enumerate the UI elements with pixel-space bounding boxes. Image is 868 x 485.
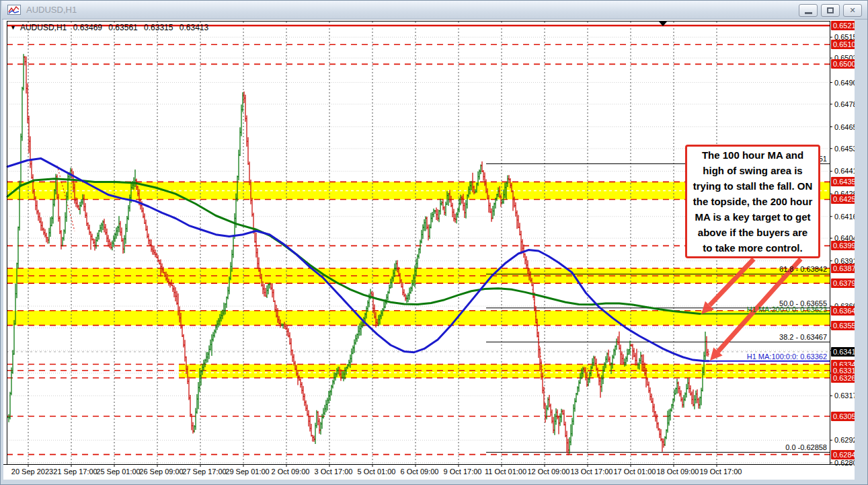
time-axis-label: 13 Oct 17:00 <box>571 467 613 476</box>
time-axis-label: 3 Oct 17:00 <box>315 467 353 476</box>
time-axis-label: 26 Sep 09:00 <box>139 467 183 476</box>
minimize-button[interactable] <box>799 4 818 17</box>
time-axis-label: 21 Sep 17:00 <box>53 467 97 476</box>
window-titlebar[interactable]: AUDUSD,H1 ✕ <box>2 1 867 20</box>
close-button[interactable]: ✕ <box>843 4 862 17</box>
time-axis-label: 18 Oct 09:00 <box>657 467 699 476</box>
time-axis-label: 2 Oct 09:00 <box>272 467 310 476</box>
header-low: 0.63315 <box>144 23 173 32</box>
fib-61.8-label: 61.8 - 0.63842 <box>779 265 827 273</box>
time-axis-label: 17 Oct 01:00 <box>614 467 656 476</box>
time-axis-label: 11 Oct 01:00 <box>485 467 526 476</box>
time-axis-label: 9 Oct 17:00 <box>444 467 482 476</box>
restore-icon <box>827 7 834 13</box>
time-axis-label: 5 Oct 01:00 <box>358 467 396 476</box>
time-axis-label: 25 Sep 01:00 <box>96 467 140 476</box>
ma-200-label: H1 MA:200:0:0: 0.63623 <box>747 305 827 313</box>
annotation-box[interactable]: The 100 hour MA and high of swing area i… <box>685 145 820 258</box>
ohlc-header: ▼AUDUSD,H1 0.63469 0.63561 0.63315 0.634… <box>10 23 212 32</box>
window-frame-right <box>855 20 868 485</box>
time-axis-label: 6 Oct 09:00 <box>401 467 439 476</box>
window-title: AUDUSD,H1 <box>26 5 77 15</box>
time-axis-label: 20 Sep 2023 <box>11 467 53 476</box>
window-frame-bottom <box>3 480 855 485</box>
chart-window-icon <box>7 5 21 15</box>
minimize-icon <box>805 12 812 14</box>
restore-button[interactable] <box>821 4 840 17</box>
symbol-dropdown-icon[interactable]: ▼ <box>10 24 16 31</box>
time-axis-label: 29 Sep 01:00 <box>225 467 269 476</box>
header-close: 0.63413 <box>180 23 208 32</box>
time-axis-label: 19 Oct 17:00 <box>700 467 742 476</box>
time-axis-label: 27 Sep 17:00 <box>182 467 226 476</box>
close-icon: ✕ <box>849 7 855 14</box>
application-window: AUDUSD,H1 ✕ ▼AUDUSD,H1 0.63469 0.63561 0… <box>0 0 868 485</box>
fib-0-label: 0.0 -0.62858 <box>785 443 827 451</box>
header-symbol: AUDUSD,H1 <box>20 23 67 32</box>
time-axis-label: 12 Oct 09:00 <box>528 467 570 476</box>
annotation-text: The 100 hour MA and high of swing area i… <box>692 147 814 256</box>
fib-38.2-label: 38.2 - 0.63467 <box>779 333 827 341</box>
header-high: 0.63561 <box>108 23 137 32</box>
header-open: 0.63469 <box>73 23 102 32</box>
ma-100-label: H1 MA:100:0:0: 0.63362 <box>747 352 827 361</box>
